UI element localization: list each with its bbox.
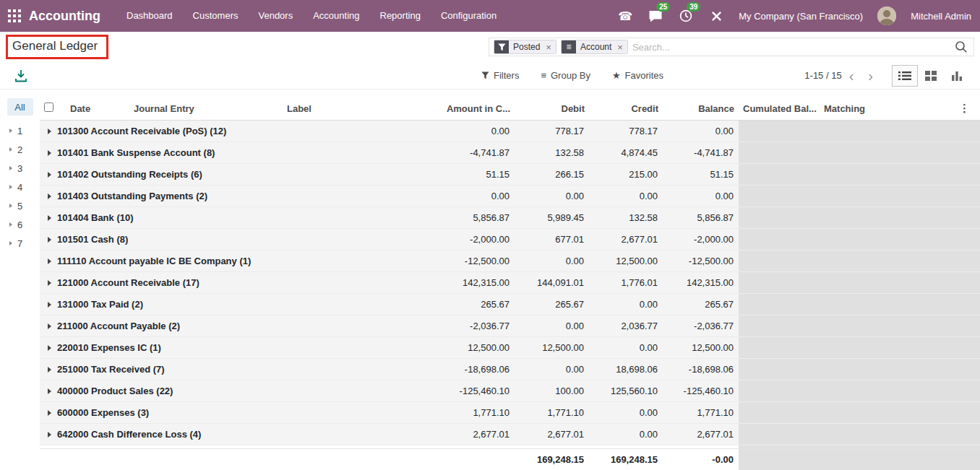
column-header-amount-currency[interactable]: Amount in C... bbox=[406, 103, 515, 114]
search-panel-item-5[interactable]: 5 bbox=[0, 196, 40, 215]
amount-currency-cell: -4,741.87 bbox=[406, 147, 515, 158]
debit-cell: 5,989.45 bbox=[515, 212, 589, 223]
list-view-button[interactable] bbox=[892, 65, 918, 87]
search-panel-item-3[interactable]: 3 bbox=[0, 159, 40, 178]
credit-cell: 0.00 bbox=[589, 342, 663, 353]
search-panel-item-4[interactable]: 4 bbox=[0, 178, 40, 196]
debit-cell: 0.00 bbox=[515, 191, 589, 201]
ledger-group-row[interactable]: 101403 Outstanding Payments (2) 0.00 0.0… bbox=[40, 186, 980, 207]
balance-cell: 0.00 bbox=[663, 191, 739, 201]
facet-remove-icon[interactable]: × bbox=[544, 40, 556, 53]
filters-button[interactable]: Filters bbox=[481, 70, 519, 81]
credit-cell: 12,500.00 bbox=[589, 256, 663, 266]
column-header-matching[interactable]: Matching bbox=[820, 103, 886, 114]
ledger-group-row[interactable]: 101401 Bank Suspense Account (8) -4,741.… bbox=[40, 142, 980, 164]
amount-currency-cell: -18,698.06 bbox=[406, 364, 515, 375]
search-panel-all[interactable]: All bbox=[7, 98, 33, 116]
ledger-group-row[interactable]: 600000 Expenses (3) 1,771.10 1,771.10 0.… bbox=[40, 402, 980, 424]
matching-cell bbox=[820, 315, 886, 336]
ledger-group-row[interactable]: 101501 Cash (8) -2,000.00 677.01 2,677.0… bbox=[40, 229, 980, 251]
main-menu: Dashboard Customers Vendors Accounting R… bbox=[116, 0, 507, 32]
column-header-cumulated-balance[interactable]: Cumulated Bal... bbox=[739, 103, 820, 114]
ledger-group-row[interactable]: 111110 Account payable IC BE Company (1)… bbox=[40, 251, 980, 272]
menu-dashboard[interactable]: Dashboard bbox=[116, 0, 183, 32]
tools-icon[interactable] bbox=[708, 7, 724, 25]
group-by-button[interactable]: ≡ Group By bbox=[541, 70, 590, 81]
activities-clock-icon[interactable]: 39 bbox=[678, 7, 694, 25]
page-title-annotation-box: General Ledger bbox=[6, 35, 108, 59]
debit-cell: 0.00 bbox=[515, 256, 589, 266]
total-debit: 169,248.15 bbox=[515, 454, 589, 465]
company-switcher[interactable]: My Company (San Francisco) bbox=[739, 11, 863, 22]
messages-icon[interactable]: 25 bbox=[648, 7, 663, 25]
debit-cell: 677.01 bbox=[515, 234, 589, 245]
search-panel-item-1[interactable]: 1 bbox=[0, 121, 40, 140]
amount-currency-cell: -2,036.77 bbox=[406, 321, 515, 331]
cumulated-balance-cell bbox=[739, 121, 820, 142]
total-balance: -0.00 bbox=[663, 454, 739, 465]
column-header-debit[interactable]: Debit bbox=[515, 103, 589, 114]
menu-customers[interactable]: Customers bbox=[183, 0, 249, 32]
cumulated-balance-cell bbox=[739, 251, 820, 271]
ledger-group-row[interactable]: 220010 Expenses IC (1) 12,500.00 12,500.… bbox=[40, 337, 980, 359]
column-header-label[interactable]: Label bbox=[283, 103, 406, 114]
search-panel-item-2[interactable]: 2 bbox=[0, 140, 40, 159]
search-panel: All 1 2 3 4 5 6 7 bbox=[0, 90, 40, 470]
column-header-journal-entry[interactable]: Journal Entry bbox=[129, 103, 283, 114]
ledger-group-row[interactable]: 642000 Cash Difference Loss (4) 2,677.01… bbox=[40, 424, 980, 445]
ledger-group-row[interactable]: 101404 Bank (10) 5,856.87 5,989.45 132.5… bbox=[40, 207, 980, 229]
pager-previous-icon[interactable]: ‹ bbox=[842, 69, 861, 82]
column-header-balance[interactable]: Balance bbox=[663, 103, 739, 114]
user-menu[interactable]: Mitchell Admin bbox=[911, 11, 971, 22]
pager-next-icon[interactable]: › bbox=[861, 69, 880, 82]
export-download-icon[interactable] bbox=[14, 69, 27, 82]
menu-accounting[interactable]: Accounting bbox=[303, 0, 369, 32]
ledger-group-row[interactable]: 121000 Account Receivable (17) 142,315.0… bbox=[40, 272, 980, 294]
search-icon[interactable] bbox=[952, 40, 971, 53]
cumulated-balance-cell bbox=[739, 337, 820, 358]
facet-remove-icon[interactable]: × bbox=[616, 40, 627, 53]
amount-currency-cell: -2,000.00 bbox=[406, 234, 515, 245]
search-panel-item-6[interactable]: 6 bbox=[0, 215, 40, 234]
apps-menu-icon[interactable] bbox=[0, 0, 29, 32]
facet-label: Posted bbox=[509, 40, 544, 53]
amount-currency-cell: 2,677.01 bbox=[406, 429, 515, 440]
menu-vendors[interactable]: Vendors bbox=[248, 0, 303, 32]
account-group-label: 131000 Tax Paid (2) bbox=[57, 299, 143, 310]
optional-columns-icon[interactable]: ⋮ bbox=[886, 102, 980, 115]
ledger-group-row[interactable]: 131000 Tax Paid (2) 265.67 265.67 0.00 2… bbox=[40, 294, 980, 315]
select-all-checkbox[interactable] bbox=[44, 103, 53, 112]
favorites-button[interactable]: ★ Favorites bbox=[612, 70, 663, 81]
debit-cell: 778.17 bbox=[515, 126, 589, 136]
matching-cell bbox=[820, 380, 886, 401]
ledger-group-row[interactable]: 400000 Product Sales (22) -125,460.10 10… bbox=[40, 380, 980, 402]
column-header-credit[interactable]: Credit bbox=[589, 103, 663, 114]
view-switcher bbox=[892, 65, 970, 87]
credit-cell: 125,560.10 bbox=[589, 386, 663, 396]
user-avatar[interactable] bbox=[877, 6, 896, 25]
search-input[interactable] bbox=[632, 42, 952, 53]
cumulated-balance-cell bbox=[739, 380, 820, 401]
ledger-group-row[interactable]: 101402 Outstanding Receipts (6) 51.15 26… bbox=[40, 164, 980, 186]
ledger-group-row[interactable]: 211000 Account Payable (2) -2,036.77 0.0… bbox=[40, 315, 980, 337]
credit-cell: 1,776.01 bbox=[589, 277, 663, 288]
app-title: Accounting bbox=[29, 9, 100, 24]
graph-view-button[interactable] bbox=[944, 65, 970, 87]
ledger-group-row[interactable]: 101300 Account Receivable (PoS) (12) 0.0… bbox=[40, 121, 980, 142]
debit-cell: 265.67 bbox=[515, 299, 589, 310]
debit-cell: 0.00 bbox=[515, 364, 589, 375]
debit-cell: 0.00 bbox=[515, 321, 589, 331]
search-panel-item-7[interactable]: 7 bbox=[0, 234, 40, 253]
pivot-view-button[interactable] bbox=[918, 65, 944, 87]
menu-configuration[interactable]: Configuration bbox=[431, 0, 507, 32]
menu-reporting[interactable]: Reporting bbox=[370, 0, 431, 32]
credit-cell: 778.17 bbox=[589, 126, 663, 136]
caret-icon bbox=[9, 204, 12, 208]
cumulated-balance-cell bbox=[739, 207, 820, 228]
column-header-date[interactable]: Date bbox=[66, 103, 129, 114]
credit-cell: 18,698.06 bbox=[589, 364, 663, 375]
phone-icon[interactable]: ☎ bbox=[617, 7, 633, 25]
cumulated-balance-cell bbox=[739, 186, 820, 206]
ledger-group-row[interactable]: 251000 Tax Received (7) -18,698.06 0.00 … bbox=[40, 359, 980, 380]
balance-cell: 5,856.87 bbox=[663, 212, 739, 223]
